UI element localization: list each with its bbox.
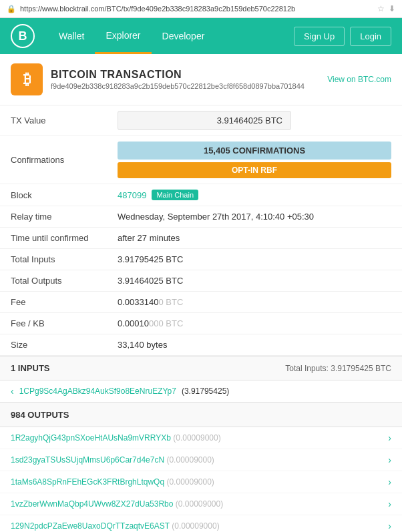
logo: B — [11, 24, 35, 48]
fee-cell: 0.00331400 BTC — [107, 292, 402, 313]
fee-kb-row: Fee / KB 0.00010000 BTC — [0, 313, 402, 334]
confirmations-col: 15,405 CONFIRMATIONS OPT-IN RBF — [118, 142, 391, 178]
output-addr-text[interactable]: 1taMs6A8SpRnFEhEGcK3FRtBrghLtqwQq — [11, 477, 164, 487]
relay-time-label: Relay time — [0, 206, 107, 228]
nav-wallet[interactable]: Wallet — [48, 18, 95, 54]
tx-title-block: BITCOIN TRANSACTION f9de409e2b338c918283… — [51, 69, 305, 90]
output-addr-text[interactable]: 1vzZberWwnMaQbp4UWvw8ZX27dUa53Rbo — [11, 499, 173, 509]
block-number[interactable]: 487099 — [118, 190, 146, 200]
output-item: 1sd23gyaTSUsSUjqMmsU6p6Car7d4e7cN (0.000… — [0, 449, 402, 471]
chevron-right-icon[interactable]: › — [388, 477, 391, 487]
time-confirmed-value: after 27 minutes — [107, 228, 402, 249]
size-label: Size — [0, 334, 107, 356]
confirmations-label: Confirmations — [0, 136, 107, 184]
chevron-left-icon: ‹ — [11, 386, 14, 396]
block-row: Block 487099 Main Chain — [0, 184, 402, 206]
output-value: (0.00009000) — [172, 521, 219, 531]
output-item: 1R2agyhQjG43pnSXoeHtAUsNa9mVRRYXb (0.000… — [0, 427, 402, 449]
details-table: TX Value 3.91464025 BTC Confirmations 15… — [0, 105, 402, 356]
fee-label: Fee — [0, 292, 107, 313]
bitcoin-icon: ₿ — [11, 63, 43, 95]
chevron-right-icon[interactable]: › — [388, 521, 391, 531]
output-addr-text[interactable]: 129N2pdcPZaEwe8UaxoDQrTTzaqtvE6AST — [11, 521, 170, 531]
fee-kb-dim: 000 BTC — [149, 318, 183, 328]
inputs-section-header: 1 INPUTS Total Inputs: 3.91795425 BTC — [0, 356, 402, 380]
lock-icon: 🔒 — [7, 5, 16, 13]
confirmations-row: Confirmations 15,405 CONFIRMATIONS OPT-I… — [0, 136, 402, 184]
url-text: https://www.blocktrail.com/BTC/tx/f9de40… — [20, 5, 373, 13]
output-item: 129N2pdcPZaEwe8UaxoDQrTTzaqtvE6AST (0.00… — [0, 515, 402, 532]
main-chain-badge: Main Chain — [152, 190, 198, 200]
relay-time-value: Wednesday, September 27th 2017, 4:10:40 … — [107, 206, 402, 228]
block-cell: 487099 Main Chain — [107, 184, 402, 206]
fee-kb-value: 0.00010 — [118, 318, 149, 328]
nav-explorer[interactable]: Explorer — [95, 18, 151, 54]
confirmations-cell: 15,405 CONFIRMATIONS OPT-IN RBF — [107, 136, 402, 184]
view-btc-link[interactable]: View on BTC.com — [327, 75, 391, 84]
inputs-count: 1 INPUTS — [11, 363, 50, 373]
login-button[interactable]: Login — [350, 27, 391, 46]
total-inputs-row: Total Inputs 3.91795425 BTC — [0, 249, 402, 270]
chevron-right-icon[interactable]: › — [388, 455, 391, 465]
tx-header-left: ₿ BITCOIN TRANSACTION f9de409e2b338c9182… — [11, 63, 305, 95]
output-address: 129N2pdcPZaEwe8UaxoDQrTTzaqtvE6AST (0.00… — [11, 521, 220, 531]
nav-right: Sign Up Login — [294, 27, 391, 46]
transaction-header: ₿ BITCOIN TRANSACTION f9de409e2b338c9182… — [0, 54, 402, 105]
total-inputs-value: 3.91795425 BTC — [107, 249, 402, 270]
output-address: 1sd23gyaTSUsSUjqMmsU6p6Car7d4e7cN (0.000… — [11, 455, 214, 465]
time-confirmed-label: Time until confirmed — [0, 228, 107, 249]
output-address: 1vzZberWwnMaQbp4UWvw8ZX27dUa53Rbo (0.000… — [11, 499, 223, 509]
output-value: (0.00009000) — [173, 433, 220, 443]
tx-value-cell: 3.91464025 BTC — [107, 105, 402, 136]
main-content: ₿ BITCOIN TRANSACTION f9de409e2b338c9182… — [0, 54, 402, 532]
output-item: 1vzZberWwnMaQbp4UWvw8ZX27dUa53Rbo (0.000… — [0, 493, 402, 515]
input-value: (3.91795425) — [182, 386, 229, 396]
output-addr-text[interactable]: 1R2agyhQjG43pnSXoeHtAUsNa9mVRRYXb — [11, 433, 171, 443]
tx-value-row: TX Value 3.91464025 BTC — [0, 105, 402, 136]
time-confirmed-row: Time until confirmed after 27 minutes — [0, 228, 402, 249]
output-value: (0.00009000) — [166, 455, 214, 465]
size-value: 33,140 bytes — [107, 334, 402, 356]
relay-time-row: Relay time Wednesday, September 27th 201… — [0, 206, 402, 228]
output-address: 1taMs6A8SpRnFEhEGcK3FRtBrghLtqwQq (0.000… — [11, 477, 214, 487]
total-inputs-label: Total Inputs — [0, 249, 107, 270]
output-value: (0.00009000) — [176, 499, 223, 509]
fee-kb-label: Fee / KB — [0, 313, 107, 334]
signup-button[interactable]: Sign Up — [294, 27, 345, 46]
outputs-count: 984 OUTPUTS — [11, 410, 69, 420]
tx-value-box: 3.91464025 BTC — [118, 111, 291, 130]
fee-dim: 0 BTC — [158, 297, 183, 307]
chevron-right-icon[interactable]: › — [388, 499, 391, 509]
tx-value-label: TX Value — [0, 105, 107, 136]
block-value: 487099 Main Chain — [118, 190, 391, 200]
total-outputs-value: 3.91464025 BTC — [107, 270, 402, 292]
outputs-section-header: 984 OUTPUTS — [0, 403, 402, 427]
confirmations-box: 15,405 CONFIRMATIONS — [118, 142, 391, 160]
nav-developer[interactable]: Developer — [152, 18, 216, 54]
fee-value: 0.0033140 — [118, 297, 158, 307]
input-address[interactable]: 1CPg9Sc4AgABkz94AukSf9o8EeNruEZYp7 — [19, 386, 176, 396]
output-item: 1taMs6A8SpRnFEhEGcK3FRtBrghLtqwQq (0.000… — [0, 471, 402, 493]
tx-title: BITCOIN TRANSACTION — [51, 69, 305, 81]
total-outputs-row: Total Outputs 3.91464025 BTC — [0, 270, 402, 292]
tx-hash: f9de409e2b338c918283a9c2b159deb570c22812… — [51, 82, 305, 90]
output-value: (0.00009000) — [166, 477, 214, 487]
outputs-list: 1R2agyhQjG43pnSXoeHtAUsNa9mVRRYXb (0.000… — [0, 427, 402, 532]
download-icon[interactable]: ⬇ — [389, 4, 395, 13]
block-label: Block — [0, 184, 107, 206]
address-bar: 🔒 https://www.blocktrail.com/BTC/tx/f9de… — [0, 0, 402, 18]
output-addr-text[interactable]: 1sd23gyaTSUsSUjqMmsU6p6Car7d4e7cN — [11, 455, 164, 465]
chevron-right-icon[interactable]: › — [388, 433, 391, 443]
navbar: B Wallet Explorer Developer Sign Up Logi… — [0, 18, 402, 54]
star-icon[interactable]: ☆ — [377, 4, 385, 13]
fee-row: Fee 0.00331400 BTC — [0, 292, 402, 313]
fee-kb-cell: 0.00010000 BTC — [107, 313, 402, 334]
output-address: 1R2agyhQjG43pnSXoeHtAUsNa9mVRRYXb (0.000… — [11, 433, 221, 443]
inputs-total: Total Inputs: 3.91795425 BTC — [285, 364, 391, 373]
total-outputs-label: Total Outputs — [0, 270, 107, 292]
input-item: ‹ 1CPg9Sc4AgABkz94AukSf9o8EeNruEZYp7 (3.… — [0, 380, 402, 403]
rbf-box: OPT-IN RBF — [118, 162, 391, 178]
size-row: Size 33,140 bytes — [0, 334, 402, 356]
nav-links: Wallet Explorer Developer — [48, 18, 294, 54]
